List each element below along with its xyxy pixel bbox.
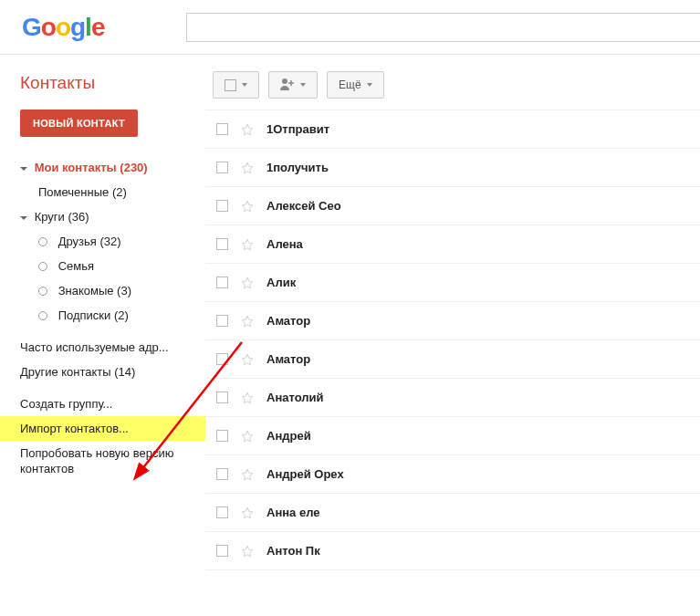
contact-row[interactable]: Андрей	[205, 417, 700, 455]
count: (32)	[99, 235, 120, 248]
contact-row[interactable]: 1Отправит	[205, 110, 700, 149]
sidebar-item-create-group[interactable]: Создать группу...	[0, 392, 205, 416]
row-checkbox[interactable]	[216, 545, 228, 557]
star-icon[interactable]	[241, 392, 254, 404]
label: Мои контакты	[35, 161, 117, 174]
caret-down-icon	[20, 167, 27, 171]
person-plus-icon	[280, 78, 295, 93]
contact-row[interactable]: 1получить	[205, 149, 700, 187]
search-input[interactable]	[186, 13, 700, 42]
contact-name: 1Отправит	[266, 122, 329, 136]
header: Google	[0, 0, 700, 55]
google-logo[interactable]: Google	[22, 13, 104, 42]
contact-row[interactable]: Аматор	[205, 340, 700, 379]
star-icon[interactable]	[241, 545, 254, 558]
sidebar-item-other[interactable]: Другие контакты (14)	[0, 360, 205, 384]
star-icon[interactable]	[241, 123, 254, 136]
contact-name: Анатолий	[266, 391, 324, 404]
contact-name: Аматор	[266, 314, 310, 328]
count: (3)	[117, 284, 131, 298]
contact-name: 1получить	[266, 161, 329, 174]
contact-row[interactable]: Андрей Орех	[205, 455, 700, 494]
sidebar-item-circle[interactable]: Знакомые (3)	[0, 278, 205, 303]
star-icon[interactable]	[241, 162, 254, 174]
caret-down-icon	[242, 83, 247, 87]
star-icon[interactable]	[241, 315, 254, 328]
star-icon[interactable]	[241, 353, 254, 366]
count: (2)	[112, 185, 127, 199]
row-checkbox[interactable]	[216, 238, 228, 250]
contact-row[interactable]: Антон Пк	[205, 532, 700, 570]
label: Семья	[58, 259, 94, 273]
star-icon[interactable]	[241, 200, 254, 213]
sidebar: Контакты НОВЫЙ КОНТАКТ Мои контакты (230…	[0, 55, 205, 570]
star-icon[interactable]	[241, 506, 254, 519]
sidebar-item-my-contacts[interactable]: Мои контакты (230)	[0, 155, 205, 180]
contact-list: 1Отправит1получитьАлексей СеоАленаАликАм…	[205, 110, 700, 570]
row-checkbox[interactable]	[216, 162, 228, 173]
contact-name: Андрей	[266, 429, 311, 443]
toolbar: Ещё	[205, 71, 700, 110]
label: Круги	[35, 210, 65, 224]
new-contact-button[interactable]: НОВЫЙ КОНТАКТ	[20, 110, 138, 137]
label: Друзья	[58, 235, 97, 248]
checkbox-icon	[225, 79, 236, 91]
label: Ещё	[339, 78, 361, 91]
contact-row[interactable]: Алик	[205, 264, 700, 302]
row-checkbox[interactable]	[216, 315, 228, 327]
svg-point-0	[282, 78, 287, 84]
sidebar-item-circle[interactable]: Друзья (32)	[0, 229, 205, 254]
contact-name: Алексей Сео	[266, 199, 341, 213]
count: (2)	[114, 308, 129, 322]
count: (36)	[68, 210, 89, 224]
contact-row[interactable]: Алексей Сео	[205, 187, 700, 225]
content: Ещё 1Отправит1получитьАлексей СеоАленаАл…	[205, 55, 700, 570]
contact-name: Анна еле	[266, 506, 319, 519]
label: Помеченные	[38, 185, 109, 199]
sidebar-item-circle[interactable]: Семья	[0, 254, 205, 278]
contact-name: Алик	[266, 276, 296, 289]
star-icon[interactable]	[241, 468, 254, 481]
row-checkbox[interactable]	[216, 123, 228, 135]
circle-icon	[38, 311, 47, 320]
count: (14)	[114, 365, 135, 379]
sidebar-item-circles[interactable]: Круги (36)	[0, 204, 205, 229]
circle-icon	[38, 237, 47, 246]
contact-name: Антон Пк	[266, 544, 320, 558]
contact-row[interactable]: Аматор	[205, 302, 700, 340]
row-checkbox[interactable]	[216, 353, 228, 365]
sidebar-item-frequent[interactable]: Часто используемые адр...	[0, 335, 205, 360]
contact-name: Аматор	[266, 352, 310, 366]
count: (230)	[120, 161, 147, 174]
sidebar-item-circle[interactable]: Подписки (2)	[0, 303, 205, 328]
contact-row[interactable]: Анна еле	[205, 494, 700, 532]
more-button[interactable]: Ещё	[327, 71, 384, 99]
label: Подписки	[58, 308, 111, 322]
caret-down-icon	[300, 83, 306, 87]
app-title[interactable]: Контакты	[0, 73, 205, 110]
row-checkbox[interactable]	[216, 277, 228, 288]
row-checkbox[interactable]	[216, 506, 228, 518]
row-checkbox[interactable]	[216, 392, 228, 403]
sidebar-item-try-new[interactable]: Попробовать новую версию контактов	[0, 441, 205, 483]
contact-name: Алена	[266, 237, 303, 251]
caret-down-icon	[367, 83, 372, 87]
star-icon[interactable]	[241, 277, 254, 289]
add-to-button[interactable]	[268, 71, 318, 99]
row-checkbox[interactable]	[216, 200, 228, 212]
star-icon[interactable]	[241, 238, 254, 251]
label: Другие контакты	[20, 365, 111, 379]
circle-icon	[38, 287, 47, 296]
sidebar-item-starred[interactable]: Помеченные (2)	[0, 180, 205, 204]
contact-name: Андрей Орех	[266, 467, 344, 481]
star-icon[interactable]	[241, 430, 254, 443]
sidebar-item-import-contacts[interactable]: Импорт контактов...	[0, 416, 205, 441]
row-checkbox[interactable]	[216, 468, 228, 480]
caret-down-icon	[20, 216, 27, 220]
select-all-button[interactable]	[213, 71, 259, 99]
circle-icon	[38, 262, 47, 271]
row-checkbox[interactable]	[216, 430, 228, 442]
contact-row[interactable]: Анатолий	[205, 379, 700, 417]
contact-row[interactable]: Алена	[205, 225, 700, 264]
label: Знакомые	[58, 284, 114, 298]
